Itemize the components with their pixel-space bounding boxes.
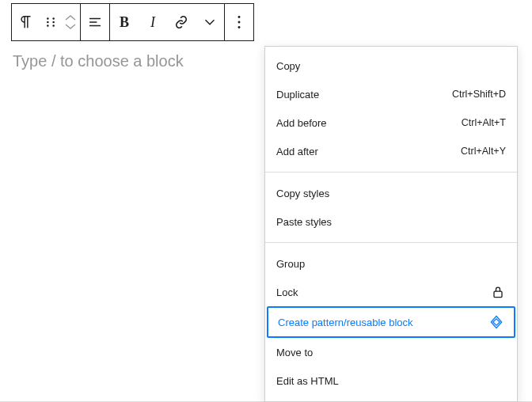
menu-item-paste-styles[interactable]: Paste styles (265, 207, 517, 236)
menu-scroll[interactable]: Copy Duplicate Ctrl+Shift+D Add before C… (265, 47, 517, 401)
menu-label: Copy (276, 60, 300, 72)
menu-label: Lock (276, 286, 298, 298)
italic-button[interactable]: I (139, 4, 167, 40)
menu-item-lock[interactable]: Lock (265, 278, 517, 306)
svg-point-2 (47, 21, 49, 24)
more-rich-text-icon[interactable] (196, 4, 224, 40)
svg-point-8 (238, 26, 241, 28)
svg-rect-9 (494, 291, 502, 298)
block-toolbar: B I (11, 3, 254, 41)
menu-separator (265, 172, 517, 173)
chevron-down-icon (64, 23, 77, 30)
menu-item-duplicate[interactable]: Duplicate Ctrl+Shift+D (265, 80, 517, 108)
menu-label: Add after (276, 146, 318, 157)
options-button[interactable] (225, 4, 253, 40)
toolbar-group-options (225, 4, 253, 40)
svg-point-7 (238, 21, 241, 24)
menu-item-create-pattern[interactable]: Create pattern/reusable block (267, 306, 515, 338)
block-options-menu: Copy Duplicate Ctrl+Shift+D Add before C… (264, 46, 518, 402)
svg-point-5 (52, 25, 55, 27)
menu-label: Move to (276, 347, 313, 358)
drag-handle-icon[interactable] (40, 4, 61, 40)
menu-shortcut: Ctrl+Alt+Y (461, 146, 506, 157)
diamond-icon (488, 314, 504, 330)
svg-point-0 (47, 17, 49, 20)
svg-point-4 (47, 25, 49, 27)
menu-item-move-to[interactable]: Move to (265, 338, 517, 366)
menu-label: Edit as HTML (276, 375, 339, 387)
bold-button[interactable]: B (110, 4, 139, 40)
menu-item-group[interactable]: Group (265, 249, 517, 278)
toolbar-group-format: B I (110, 4, 225, 40)
block-placeholder[interactable]: Type / to choose a block (13, 52, 184, 70)
toolbar-group-block (12, 4, 81, 40)
paragraph-block-icon[interactable] (12, 4, 40, 40)
menu-item-copy[interactable]: Copy (265, 51, 517, 80)
more-vertical-icon (230, 13, 248, 31)
svg-point-6 (238, 16, 241, 18)
svg-point-3 (52, 21, 55, 24)
link-button[interactable] (167, 4, 196, 40)
move-up-down[interactable] (61, 4, 80, 40)
menu-item-add-before[interactable]: Add before Ctrl+Alt+T (265, 108, 517, 137)
menu-shortcut: Ctrl+Shift+D (452, 89, 506, 100)
svg-point-1 (52, 17, 55, 20)
menu-label: Add before (276, 117, 327, 129)
menu-label: Duplicate (276, 89, 319, 100)
menu-label: Group (276, 258, 305, 270)
menu-item-copy-styles[interactable]: Copy styles (265, 179, 517, 207)
menu-label: Create pattern/reusable block (278, 317, 413, 328)
menu-label: Paste styles (276, 216, 332, 228)
menu-separator (265, 242, 517, 243)
chevron-up-icon (64, 14, 77, 21)
menu-item-edit-html[interactable]: Edit as HTML (265, 366, 517, 395)
lock-icon (490, 284, 506, 300)
align-icon[interactable] (81, 4, 109, 40)
toolbar-group-align (81, 4, 110, 40)
menu-item-add-after[interactable]: Add after Ctrl+Alt+Y (265, 137, 517, 165)
menu-label: Copy styles (276, 188, 329, 199)
menu-shortcut: Ctrl+Alt+T (462, 117, 506, 128)
